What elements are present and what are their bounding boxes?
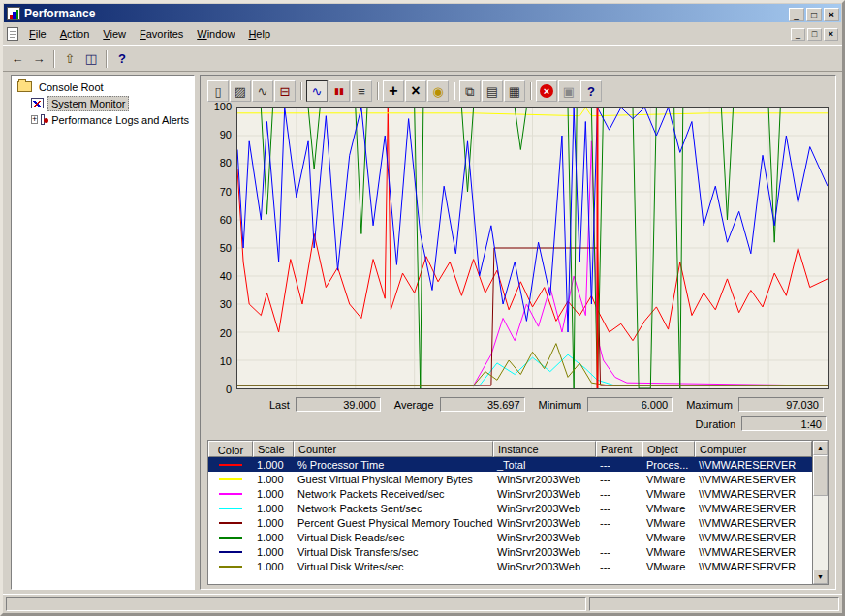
color-swatch	[219, 493, 242, 495]
console-tree: Console RootSystem Monitor+Performance L…	[11, 75, 195, 590]
legend-header-scale[interactable]: Scale	[253, 441, 294, 457]
minimum-value: 6.000	[587, 397, 673, 412]
add-counter-icon[interactable]: +	[383, 80, 404, 102]
legend-row[interactable]: 1.000Network Packets Sent/secWinSrvr2003…	[208, 501, 812, 515]
legend-header-computer[interactable]: Computer	[695, 441, 812, 457]
child-window-controls: _□×	[789, 28, 840, 41]
clear-display-icon[interactable]: ▨	[230, 80, 251, 102]
toolbar-separator	[53, 50, 55, 68]
update-data-icon[interactable]: ▣	[558, 80, 579, 102]
cell-instance: WinSrvr2003Web	[493, 517, 596, 529]
help-icon[interactable]: ?	[580, 80, 602, 102]
tree-item-performance-logs-and-alerts[interactable]: +Performance Logs and Alerts	[14, 111, 192, 128]
color-swatch	[219, 508, 242, 509]
cell-computer: \\VMWARESERVER	[695, 517, 812, 529]
menu-favorites[interactable]: Favorites	[133, 25, 190, 43]
color-swatch	[219, 478, 242, 480]
last-value: 39.000	[296, 397, 381, 412]
cell-scale: 1.000	[253, 546, 294, 558]
legend-header-instance[interactable]: Instance	[493, 441, 596, 457]
minimum-label: Minimum	[539, 399, 582, 411]
cell-instance: _Total	[493, 459, 596, 471]
paste-counter-list-icon[interactable]: ▤	[482, 80, 503, 102]
titlebar-buttons: _□×	[787, 5, 839, 22]
cell-parent: ---	[596, 546, 642, 558]
scrollbar-thumb[interactable]	[813, 455, 828, 496]
legend-row[interactable]: 1.000Guest Virtual Physical Memory Bytes…	[208, 472, 812, 486]
cell-parent: ---	[596, 474, 642, 485]
color-cell	[208, 537, 253, 539]
menu-window[interactable]: Window	[190, 25, 241, 43]
color-swatch	[219, 522, 242, 524]
cell-parent: ---	[596, 517, 642, 529]
color-cell	[208, 493, 253, 495]
y-tick-label: 10	[220, 355, 232, 367]
tree-item-console-root[interactable]: Console Root	[14, 78, 192, 95]
freeze-display-icon[interactable]: ×	[536, 80, 557, 102]
highlight-icon[interactable]: ◉	[427, 80, 449, 102]
menu-file[interactable]: File	[22, 25, 53, 43]
legend-header-object[interactable]: Object	[642, 441, 695, 457]
cell-instance: WinSrvr2003Web	[493, 532, 596, 543]
view-current-activity-icon[interactable]: ∿	[252, 80, 273, 102]
legend-header-parent[interactable]: Parent	[596, 441, 642, 457]
cell-parent: ---	[596, 532, 642, 543]
legend-header-counter[interactable]: Counter	[294, 441, 493, 457]
properties-icon[interactable]: ▦	[504, 80, 525, 102]
expand-icon[interactable]: +	[31, 115, 38, 124]
toolbar-separator	[454, 82, 455, 100]
cell-counter: Network Packets Received/sec	[294, 488, 493, 500]
view-report-icon[interactable]: ≡	[351, 80, 372, 102]
up-one-level-icon[interactable]: ⇧	[59, 48, 80, 70]
back-icon[interactable]: ←	[7, 48, 28, 70]
close-button[interactable]: ×	[824, 8, 839, 21]
cell-computer: \\VMWARESERVER	[695, 503, 812, 514]
restore-button[interactable]: □	[806, 8, 822, 21]
legend-row[interactable]: 1.000Percent Guest Physical Memory Touch…	[208, 515, 812, 530]
cell-scale: 1.000	[253, 459, 294, 471]
child-minimize-button[interactable]: _	[791, 28, 805, 41]
legend-header-color[interactable]: Color	[208, 441, 253, 457]
child-close-button[interactable]: ×	[824, 28, 838, 41]
system-monitor-view: ▯▨∿⊟∿▮▮≡+×◉⧉▤▦×▣? 1009080706050403020100…	[200, 75, 836, 590]
menu-view[interactable]: View	[96, 25, 133, 43]
scroll-up-icon[interactable]: ▲	[813, 441, 828, 455]
new-counter-set-icon[interactable]: ▯	[207, 80, 229, 102]
last-label: Last	[269, 399, 290, 411]
view-histogram-icon[interactable]: ▮▮	[329, 80, 350, 102]
cell-instance: WinSrvr2003Web	[493, 474, 596, 485]
cell-counter: Virtual Disk Reads/sec	[294, 532, 493, 543]
show-hide-console-tree-icon[interactable]: ◫	[80, 48, 102, 70]
legend-row[interactable]: 1.000Network Packets Received/secWinSrvr…	[208, 486, 812, 501]
child-restore-button[interactable]: □	[807, 28, 822, 41]
delete-counter-icon[interactable]: ×	[405, 80, 426, 102]
legend-row[interactable]: 1.000Virtual Disk Reads/secWinSrvr2003We…	[208, 530, 812, 544]
stats-bar: Last 39.000 Average 35.697 Minimum 6.000…	[205, 389, 830, 438]
cell-object: VMware	[642, 474, 695, 485]
scroll-down-icon[interactable]: ▼	[813, 570, 828, 584]
menu-help[interactable]: Help	[241, 25, 277, 43]
view-log-data-icon[interactable]: ⊟	[274, 80, 296, 102]
tree-item-system-monitor[interactable]: System Monitor	[14, 95, 192, 111]
color-cell	[208, 566, 253, 568]
legend-scrollbar[interactable]: ▲ ▼	[813, 440, 829, 585]
cell-parent: ---	[596, 488, 642, 500]
legend-row[interactable]: 1.000% Processor Time_Total---Proces...\…	[208, 457, 812, 472]
legend-row[interactable]: 1.000Virtual Disk Transfers/secWinSrvr20…	[208, 544, 812, 559]
forward-icon[interactable]: →	[28, 48, 49, 70]
view-graph-icon[interactable]: ∿	[306, 80, 328, 102]
toolbar-separator	[377, 82, 379, 100]
menu-action[interactable]: Action	[53, 25, 97, 43]
copy-properties-icon[interactable]: ⧉	[459, 80, 481, 102]
status-pane-right	[589, 597, 839, 611]
legend-header: ColorScaleCounterInstanceParentObjectCom…	[208, 441, 812, 457]
maximum-value: 97.030	[738, 397, 824, 412]
color-swatch	[219, 566, 242, 568]
scrollbar-track[interactable]	[813, 496, 828, 570]
legend-row[interactable]: 1.000Virtual Disk Writes/secWinSrvr2003W…	[208, 559, 812, 573]
average-label: Average	[394, 399, 434, 411]
minimize-button[interactable]: _	[789, 8, 804, 21]
help-icon[interactable]: ?	[111, 48, 133, 70]
cell-counter: Guest Virtual Physical Memory Bytes	[294, 474, 493, 485]
titlebar[interactable]: Performance _□×	[4, 4, 841, 22]
